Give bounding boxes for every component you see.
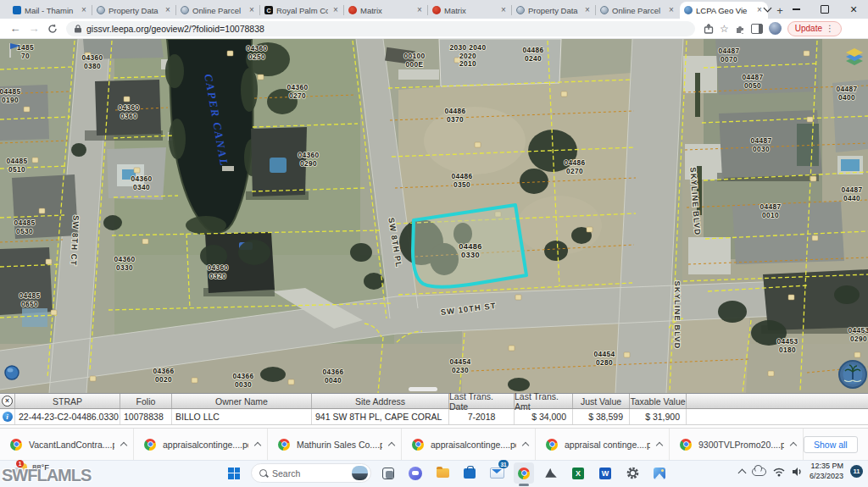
chrome-icon (518, 468, 530, 479)
word-button[interactable] (595, 462, 615, 484)
url-text: gissvr.leepa.org/geoview2/?folioid=10078… (86, 24, 264, 34)
store-button[interactable] (459, 462, 480, 484)
reload-icon (47, 24, 58, 34)
chevron-up-icon[interactable] (388, 442, 395, 449)
minimize-button[interactable] (782, 0, 810, 19)
tab-property-data-2[interactable]: Property Data (512, 2, 596, 19)
parcel-label: 044850190 (0, 87, 21, 104)
task-view-button[interactable] (378, 462, 398, 484)
parcel-label: 044850510 (6, 157, 27, 174)
parcel-label: 043600270 (287, 83, 308, 100)
bookmark-star-icon[interactable] (720, 23, 729, 35)
tab-close-icon[interactable] (583, 6, 592, 14)
back-button[interactable] (7, 20, 24, 37)
tab-online-parcel-2[interactable]: Online Parcel (596, 2, 680, 19)
parcel-label: 043600290 (298, 151, 319, 168)
settings-button[interactable] (622, 462, 643, 484)
excel-icon (572, 468, 584, 479)
shark-fin-app-button[interactable] (541, 462, 561, 484)
chevron-up-icon[interactable] (790, 442, 797, 449)
download-chip[interactable]: appraisalcontinge....pdf (402, 429, 536, 460)
globe-icon (600, 6, 609, 14)
download-chip[interactable]: VacantLandContra....pdf (0, 429, 134, 460)
tab-close-icon[interactable] (667, 6, 676, 14)
royal-palm-icon (264, 6, 273, 14)
store-bag-icon (464, 468, 476, 479)
tab-matrix-1[interactable]: Matrix (344, 2, 428, 19)
excel-button[interactable] (568, 462, 588, 484)
notification-count-badge[interactable]: 11 (850, 465, 863, 478)
chevron-up-icon[interactable] (254, 442, 261, 449)
show-all-button[interactable]: Show all (804, 436, 858, 453)
aerial-parcel-map[interactable]: 1485700448501900448505100436003800436003… (0, 39, 868, 393)
col-last-trans-date: Last Trans. Date (449, 394, 515, 408)
tab-property-data-1[interactable]: Property Data (92, 2, 176, 19)
file-explorer-button[interactable] (432, 462, 453, 484)
tab-online-parcel-1[interactable]: Online Parcel (176, 2, 260, 19)
download-chip[interactable]: appraisal continge....pdf (536, 429, 670, 460)
download-chip[interactable]: Mathurin Sales Co....pdf (268, 429, 402, 460)
tray-chevron-up-icon[interactable] (738, 468, 747, 477)
close-button[interactable] (839, 0, 868, 19)
extensions-puzzle-icon[interactable] (735, 24, 745, 34)
matrix-icon (348, 6, 357, 14)
parcel-label: 044860370 (444, 107, 465, 124)
parcel-label: 044850650 (19, 291, 40, 308)
tab-matrix-2[interactable]: Matrix (428, 2, 512, 19)
cell-owner: BILLO LLC (172, 409, 312, 424)
table-row[interactable]: 22-44-23-C2-04486.0330 10078838 BILLO LL… (0, 409, 868, 425)
onedrive-cloud-icon[interactable] (752, 468, 766, 476)
cell-strap: 22-44-23-C2-04486.0330 (15, 409, 120, 424)
globe-control-icon[interactable] (5, 366, 19, 379)
globe-icon (516, 6, 525, 14)
address-bar: gissvr.leepa.org/geoview2/?folioid=10078… (0, 19, 868, 39)
task-view-icon (382, 468, 394, 479)
chrome-button[interactable] (514, 462, 534, 484)
parcel-label: 044860350 (451, 172, 472, 189)
col-site-address: Site Address (312, 394, 449, 408)
parcel-label: 043600380 (81, 53, 103, 70)
start-button[interactable] (224, 462, 244, 484)
chat-button[interactable] (405, 462, 426, 484)
lock-icon (75, 25, 81, 33)
chevron-up-icon[interactable] (656, 442, 663, 449)
chevron-up-icon[interactable] (522, 442, 529, 449)
tab-close-icon[interactable] (331, 6, 340, 14)
tab-close-icon[interactable] (248, 6, 256, 14)
chrome-update-button[interactable]: Update (787, 21, 842, 36)
tab-close-icon[interactable] (80, 6, 88, 14)
parcel-label: 044870070 (718, 47, 739, 64)
cell-just-value: $ 38,599 (573, 409, 630, 424)
share-icon[interactable] (704, 24, 714, 34)
maximize-button[interactable] (810, 0, 839, 19)
tab-close-icon[interactable] (415, 6, 424, 14)
profile-avatar[interactable] (769, 22, 782, 35)
browser-tab-strip: Mail - Thamin Property Data Online Parce… (0, 0, 868, 19)
tab-close-icon[interactable] (164, 6, 172, 14)
wifi-icon[interactable] (773, 467, 785, 477)
tab-mail[interactable]: Mail - Thamin (8, 2, 92, 19)
download-chip[interactable]: 9300TVLPromo20....pdf (670, 429, 804, 460)
download-chip[interactable]: appraisalcontinge....pdf (134, 429, 268, 460)
side-panel-icon[interactable] (751, 24, 763, 34)
tab-royal-palm[interactable]: Royal Palm Co (260, 2, 344, 19)
forward-button[interactable] (25, 20, 42, 37)
shark-fin-icon (545, 468, 558, 479)
county-seal-logo (839, 361, 866, 388)
volume-icon[interactable] (792, 467, 803, 477)
info-icon[interactable] (3, 412, 13, 422)
scrollbar-thumb[interactable] (409, 387, 437, 391)
chevron-up-icon[interactable] (120, 442, 127, 449)
parcel-label: 043660020 (153, 367, 174, 384)
taskbar-clock[interactable]: 12:35 PM 6/23/2023 (810, 462, 843, 481)
globe-icon (181, 6, 189, 14)
search-input[interactable]: Search (251, 463, 371, 483)
tab-search-chevron[interactable] (753, 0, 782, 19)
photos-button[interactable] (649, 462, 670, 484)
table-close-icon[interactable] (2, 396, 13, 407)
mail-button[interactable]: 31 (487, 462, 507, 484)
tab-close-icon[interactable] (499, 6, 508, 14)
menu-dots-icon[interactable] (826, 24, 834, 33)
reload-button[interactable] (44, 20, 61, 37)
url-omnibox[interactable]: gissvr.leepa.org/geoview2/?folioid=10078… (66, 21, 695, 36)
